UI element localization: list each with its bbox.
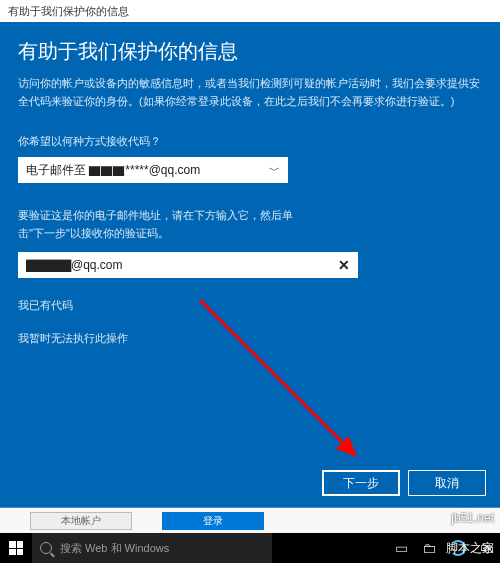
page-heading: 有助于我们保护你的信息 <box>18 38 482 65</box>
select-value: 电子邮件至 ▇▇▇*****@qq.com <box>26 162 200 179</box>
windows-logo-icon <box>9 541 23 555</box>
watermark-url: jb51.net <box>451 511 494 525</box>
page-description: 访问你的帐户或设备内的敏感信息时，或者当我们检测到可疑的帐户活动时，我们会要求提… <box>18 75 482 110</box>
cancel-button[interactable]: 取消 <box>408 470 486 496</box>
clear-input-icon[interactable]: ✕ <box>338 257 350 273</box>
watermark-text: 脚本之家 <box>446 540 494 557</box>
have-code-link[interactable]: 我已有代码 <box>18 298 482 313</box>
action-button-row: 下一步 取消 <box>322 470 486 496</box>
file-explorer-icon[interactable]: 🗀 <box>422 540 436 556</box>
taskbar-search[interactable]: 搜索 Web 和 Windows <box>32 533 272 563</box>
search-icon <box>40 542 52 554</box>
background-window-buttons: 本地帐户 登录 <box>0 508 500 533</box>
login-button[interactable]: 登录 <box>162 512 264 530</box>
main-content: 有助于我们保护你的信息 访问你的帐户或设备内的敏感信息时，或者当我们检测到可疑的… <box>0 22 500 380</box>
cannot-do-link[interactable]: 我暂时无法执行此操作 <box>18 331 482 346</box>
verify-instruction: 要验证这是你的电子邮件地址，请在下方输入它，然后单击"下一步"以接收你的验证码。 <box>18 207 318 242</box>
code-method-select[interactable]: 电子邮件至 ▇▇▇*****@qq.com ﹀ <box>18 157 288 183</box>
task-view-icon[interactable]: ▭ <box>395 540 408 556</box>
window-title: 有助于我们保护你的信息 <box>8 5 129 17</box>
email-input-wrapper: ✕ <box>18 252 358 278</box>
chevron-down-icon: ﹀ <box>269 163 280 178</box>
windows-taskbar: 搜索 Web 和 Windows ▭ 🗀 🛍 <box>0 533 500 563</box>
email-input[interactable] <box>26 258 338 272</box>
window-titlebar: 有助于我们保护你的信息 <box>0 0 500 22</box>
next-button[interactable]: 下一步 <box>322 470 400 496</box>
start-button[interactable] <box>0 533 32 563</box>
search-placeholder: 搜索 Web 和 Windows <box>60 541 169 556</box>
method-prompt: 你希望以何种方式接收代码？ <box>18 134 482 149</box>
local-account-button[interactable]: 本地帐户 <box>30 512 132 530</box>
